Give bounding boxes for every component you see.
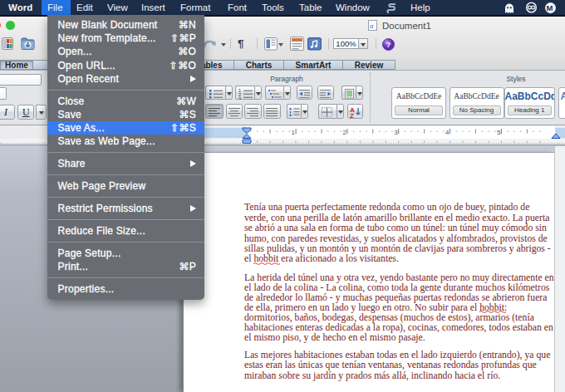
svg-text:2: 2 [342,129,346,136]
svg-text:3: 3 [394,129,398,136]
svg-text:Z: Z [350,112,354,119]
svg-text:a: a [370,22,374,30]
svg-text:5: 5 [497,129,501,136]
svg-text:?: ? [386,40,391,49]
svg-text:M: M [547,3,553,12]
svg-text:1: 1 [292,129,296,136]
svg-text:3: 3 [238,96,241,100]
svg-text:4: 4 [445,129,450,136]
